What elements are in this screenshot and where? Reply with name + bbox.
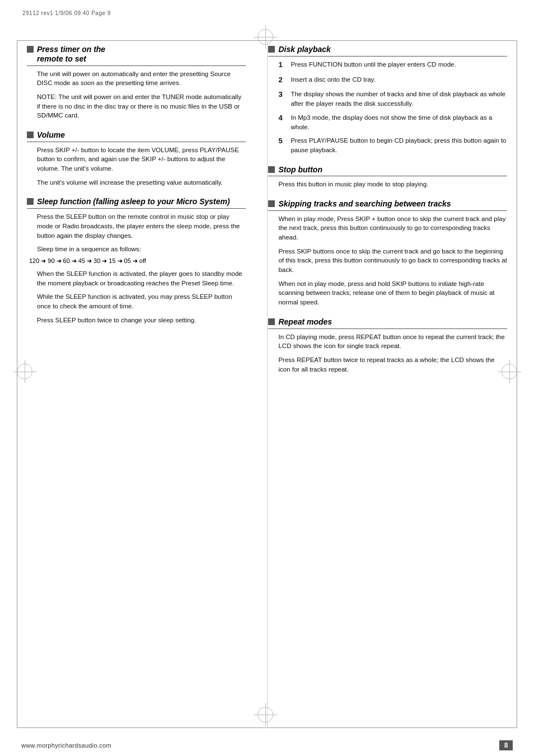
disk-text-1: Press FUNCTION button until the player e… [291,60,456,69]
seq-60: 60 [63,257,70,264]
left-column: Press timer on theremote to set The unit… [21,45,257,724]
disk-playback-list: 1 Press FUNCTION button until the player… [278,60,507,155]
seq-30: 30 [93,257,100,264]
section-header-volume: Volume [27,130,246,142]
border-right [517,40,517,728]
seq-arrow-1: ➜ [41,257,46,265]
seq-120: 120 [29,257,39,264]
section-marker-repeat-modes [268,318,275,325]
disk-text-4: In Mp3 mode, the display does not show t… [291,113,507,132]
sleep-para1: Press the SLEEP button on the remote con… [37,212,246,240]
skip-para3: When not in play mode, press and hold SK… [278,279,507,307]
section-title-disk-playback: Disk playback [278,45,330,54]
repeat-para2: Press REPEAT button twice to repeat trac… [278,355,507,374]
section-header-skipping-tracks: Skipping tracks and searching between tr… [268,199,507,211]
section-title-stop-button: Stop button [278,165,322,175]
section-body-sleep-function-2: When the SLEEP function is activated, th… [27,269,246,325]
section-stop-button: Stop button Press this button in music p… [268,165,507,189]
section-marker-disk-playback [268,46,275,53]
section-title-skipping-tracks: Skipping tracks and searching between tr… [278,199,451,209]
sleep-sequence: 120 ➜ 90 ➜ 60 ➜ 45 ➜ 30 ➜ 15 ➜ 05 ➜ off [27,257,246,265]
disk-text-3: The display shows the number of tracks a… [291,90,507,108]
section-title-press-timer: Press timer on theremote to set [37,45,105,64]
section-marker-sleep-function [27,198,34,205]
section-marker-stop-button [268,166,275,173]
footer-bar: www.morphyrichardsaudio.com 8 [21,740,513,750]
footer-url: www.morphyrichardsaudio.com [21,742,111,749]
disk-text-2: Insert a disc onto the CD tray. [291,75,375,84]
section-title-volume: Volume [37,130,65,140]
section-sleep-function: Sleep function (falling asleep to your M… [27,197,246,325]
content-area: Press timer on theremote to set The unit… [21,45,513,724]
seq-arrow-2: ➜ [57,257,62,265]
section-body-volume: Press SKIP +/- button to locate the item… [27,145,246,187]
section-repeat-modes: Repeat modes In CD playing mode, press R… [268,317,507,374]
section-marker-skipping-tracks [268,200,275,207]
skip-para2: Press SKIP buttons once to skip the curr… [278,247,507,275]
disk-item-2: 2 Insert a disc onto the CD tray. [278,75,507,86]
seq-05: 05 [124,257,131,264]
sleep-para3: When the SLEEP function is activated, th… [37,269,246,288]
press-timer-para2: NOTE: The unit will power on and enter t… [37,92,246,120]
section-body-skipping-tracks: When in play mode, Press SKIP + button o… [268,214,507,307]
section-header-sleep-function: Sleep function (falling asleep to your M… [27,197,246,209]
disk-num-3: 3 [278,90,286,100]
disk-num-4: 4 [278,113,286,124]
meta-label: 29112 rev1 1/9/06 09:40 Page 9 [22,10,111,16]
disk-num-2: 2 [278,75,286,86]
section-press-timer: Press timer on theremote to set The unit… [27,45,246,120]
right-column: Disk playback 1 Press FUNCTION button un… [257,45,513,724]
meta-bar: 29112 rev1 1/9/06 09:40 Page 9 [22,10,111,16]
disk-item-5: 5 Press PLAY/PAUSE button to begin CD pl… [278,136,507,154]
section-body-press-timer: The unit will power on automatically and… [27,69,246,120]
section-disk-playback: Disk playback 1 Press FUNCTION button un… [268,45,507,155]
section-marker-press-timer [27,46,34,53]
page-wrapper: 29112 rev1 1/9/06 09:40 Page 9 Press tim… [0,0,534,756]
disk-item-4: 4 In Mp3 mode, the display does not show… [278,113,507,132]
seq-arrow-5: ➜ [102,257,107,265]
section-header-disk-playback: Disk playback [268,45,507,57]
section-title-repeat-modes: Repeat modes [278,317,332,327]
section-header-repeat-modes: Repeat modes [268,317,507,329]
section-marker-volume [27,132,34,138]
crosshair-top [257,29,273,45]
section-skipping-tracks: Skipping tracks and searching between tr… [268,199,507,307]
press-timer-para1: The unit will power on automatically and… [37,69,246,88]
section-header-press-timer: Press timer on theremote to set [27,45,246,66]
border-left [17,40,17,728]
sleep-para2: Sleep time in a sequence as follows: [37,245,246,254]
section-volume: Volume Press SKIP +/- button to locate t… [27,130,246,187]
skip-para1: When in play mode, Press SKIP + button o… [278,214,507,242]
section-body-disk-playback: 1 Press FUNCTION button until the player… [268,60,507,155]
seq-arrow-6: ➜ [118,257,123,265]
repeat-para1: In CD playing mode, press REPEAT button … [278,332,507,351]
footer-page: 8 [499,740,513,750]
seq-arrow-7: ➜ [133,257,138,265]
disk-num-1: 1 [278,60,286,71]
sleep-para5: Press SLEEP button twice to change your … [37,316,246,325]
section-header-stop-button: Stop button [268,165,507,177]
disk-num-5: 5 [278,136,286,147]
seq-arrow-4: ➜ [87,257,92,265]
section-body-stop-button: Press this button in music play mode to … [268,180,507,189]
volume-para2: The unit's volume will increase the pres… [37,178,246,187]
seq-arrow-3: ➜ [72,257,77,265]
section-title-sleep-function: Sleep function (falling asleep to your M… [37,197,230,206]
sleep-para4: While the SLEEP function is activated, y… [37,292,246,311]
section-body-repeat-modes: In CD playing mode, press REPEAT button … [268,332,507,374]
disk-text-5: Press PLAY/PAUSE button to begin CD play… [291,136,507,154]
disk-item-1: 1 Press FUNCTION button until the player… [278,60,507,71]
seq-15: 15 [109,257,115,264]
volume-para1: Press SKIP +/- button to locate the item… [37,145,246,173]
seq-off: off [139,257,146,264]
section-body-sleep-function: Press the SLEEP button on the remote con… [27,212,246,254]
stop-para1: Press this button in music play mode to … [278,180,507,189]
seq-45: 45 [78,257,85,264]
seq-90: 90 [48,257,54,264]
disk-item-3: 3 The display shows the number of tracks… [278,90,507,108]
